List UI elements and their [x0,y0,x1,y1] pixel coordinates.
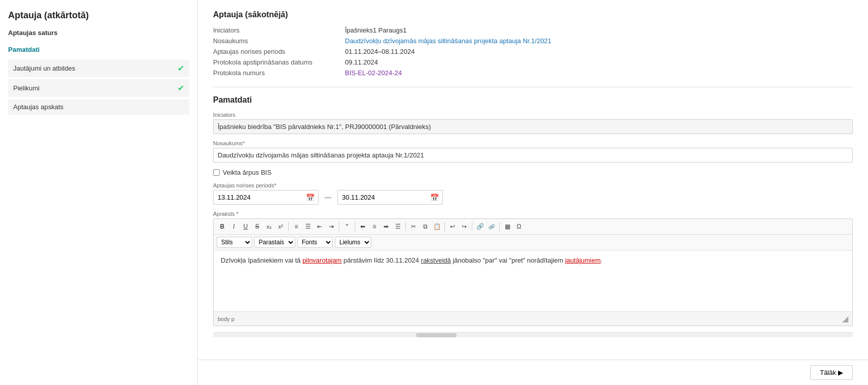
info-label: Protokola apstiprināšanas datums [213,58,345,66]
info-row-periods: Aptaujas norises periods 01.11.2024–08.1… [213,48,853,55]
toolbar-sep [339,222,339,231]
editor-footer-tags: body p [218,316,234,322]
toolbar-sep [499,222,500,231]
checkbox-row-veikta: Veikta ārpus BIS [213,169,853,176]
survey-info-table: Iniciators Īpašnieks1 Paraugs1 Nosaukums… [213,26,853,77]
subscript-button[interactable]: x₂ [263,221,274,232]
form-label-nosaukums: Nosaukums* [213,140,853,146]
editor-content-area[interactable]: Dzīvokļa īpašniekiem vai tā pilnvarotaja… [214,250,852,311]
info-label: Nosaukums [213,37,345,45]
editor-toolbar-row2: Stils Parastais Fonts Lielums [214,235,852,250]
copy-button[interactable]: ⧉ [420,221,431,232]
form-field-apraksts: Apraksts * B I U S x₂ x² ≡ ☰ ⇤ ⇥ [213,211,853,326]
underline-button[interactable]: U [240,221,251,232]
date-to-input[interactable] [337,190,443,205]
form-field-periods: Aptaujas norises periods* 📅 — 📅 [213,182,853,205]
toolbar-sep [405,222,406,231]
form-field-nosaukums: Nosaukums* [213,140,853,163]
toolbar-sep [288,222,289,231]
veikta-label: Veikta ārpus BIS [223,169,271,176]
next-button[interactable]: Tālāk ▶ [810,365,853,380]
date-from-wrap: 📅 [213,190,319,205]
date-to-wrap: 📅 [337,190,443,205]
check-icon: ✔ [178,63,184,73]
date-range-row: 📅 — 📅 [213,190,853,205]
form-label-iniciators: Iniciators [213,112,853,118]
sidebar-item-label: Pielikumi [13,84,40,92]
ordered-list-button[interactable]: ≡ [291,221,302,232]
date-from-input[interactable] [213,190,319,205]
align-right-button[interactable]: ➡ [380,221,392,232]
page-title: Aptauja (atkārtotā) [8,10,189,21]
bold-button[interactable]: B [217,221,228,232]
table-button[interactable]: ▦ [502,221,513,232]
info-value-iniciators: Īpašnieks1 Paraugs1 [345,26,406,34]
iniciators-input[interactable] [213,119,853,134]
outdent-button[interactable]: ⇤ [314,221,325,232]
form-label-apraksts: Apraksts * [213,211,853,217]
toolbar-sep [472,222,472,231]
info-label: Protokola numurs [213,69,345,77]
sidebar-item-label: Pamatdati [8,46,40,53]
horizontal-scrollbar[interactable] [213,332,853,337]
info-value-periods: 01.11.2024–08.11.2024 [345,48,414,55]
info-value-protokola-datums: 09.11.2024 [345,58,378,66]
veikta-checkbox[interactable] [213,169,220,176]
link-button[interactable]: 🔗 [474,221,485,232]
sidebar-item-apskats[interactable]: Aptaujas apskats [8,99,189,115]
pamatdati-section-header: Pamatdati [213,95,853,105]
divider [213,87,853,87]
parastais-select[interactable]: Parastais [254,237,295,248]
scrollbar-thumb[interactable] [416,333,457,337]
info-row-nosaukums: Nosaukums Daudzīvokļu dzīvojamās mājas s… [213,37,853,45]
bottom-bar: Tālāk ▶ [198,360,868,385]
info-label: Iniciators [213,26,345,34]
form-field-iniciators: Iniciators [213,112,853,134]
main-content: Aptauja (sākotnējā) Iniciators Īpašnieks… [198,0,868,385]
sidebar-item-pamatdati[interactable]: Pamatdati [8,42,189,57]
resize-handle[interactable]: ◢ [842,314,848,324]
align-left-button[interactable]: ⬅ [357,221,368,232]
redo-button[interactable]: ↪ [459,221,470,232]
sidebar-item-jautajumi[interactable]: Jautājumi un atbildes ✔ [8,59,189,77]
unlink-button[interactable]: 🔗 [486,221,497,232]
nosaukums-input[interactable] [213,148,853,163]
sidebar-item-pielikumi[interactable]: Pielikumi ✔ [8,79,189,97]
undo-button[interactable]: ↩ [447,221,458,232]
special-char-button[interactable]: Ω [513,221,525,232]
align-center-button[interactable]: ≡ [369,221,380,232]
form-label-periods: Aptaujas norises periods* [213,182,853,188]
sidebar-item-label: Aptaujas apskats [13,103,63,111]
sidebar-section-title: Aptaujas saturs [8,29,189,37]
info-row-protokola-numurs: Protokola numurs BIS-EL-02-2024-24 [213,69,853,77]
blockquote-button[interactable]: " [341,221,353,232]
next-arrow-icon: ▶ [838,369,843,376]
toolbar-sep [444,222,445,231]
editor-footer: body p ◢ [214,311,852,326]
sidebar-item-label: Jautājumi un atbildes [13,65,75,72]
lielums-select[interactable]: Lielums [335,237,371,248]
info-row-iniciators: Iniciators Īpašnieks1 Paraugs1 [213,26,853,34]
fonts-select[interactable]: Fonts [297,237,333,248]
date-separator: — [323,194,333,201]
superscript-button[interactable]: x² [275,221,286,232]
stils-select[interactable]: Stils [217,237,252,248]
rich-text-editor: B I U S x₂ x² ≡ ☰ ⇤ ⇥ " ⬅ [213,218,853,326]
info-label: Aptaujas norises periods [213,48,345,55]
toolbar-sep [355,222,355,231]
unordered-list-button[interactable]: ☰ [302,221,314,232]
next-label: Tālāk [820,369,836,376]
indent-button[interactable]: ⇥ [326,221,337,232]
sidebar: Aptauja (atkārtotā) Aptaujas saturs Pama… [0,0,198,385]
editor-toolbar: B I U S x₂ x² ≡ ☰ ⇤ ⇥ " ⬅ [214,219,852,235]
info-row-protokola-datums: Protokola apstiprināšanas datums 09.11.2… [213,58,853,66]
cut-button[interactable]: ✂ [408,221,419,232]
paste-button[interactable]: 📋 [431,221,442,232]
survey-section-header: Aptauja (sākotnējā) [213,10,853,19]
info-value-nosaukums[interactable]: Daudzīvokļu dzīvojamās mājas siltināšana… [345,37,551,45]
italic-button[interactable]: I [228,221,239,232]
info-value-protokola-numurs[interactable]: BIS-EL-02-2024-24 [345,69,402,77]
strikethrough-button[interactable]: S [252,221,263,232]
check-icon: ✔ [178,83,184,93]
align-justify-button[interactable]: ☰ [392,221,403,232]
